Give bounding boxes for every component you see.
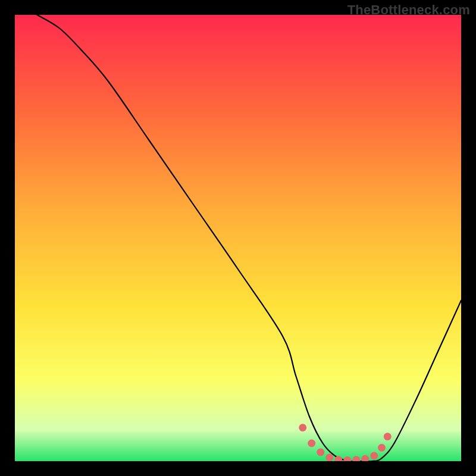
highlight-dot [378, 444, 386, 452]
highlight-dot [384, 433, 392, 440]
highlight-dot [370, 452, 378, 460]
watermark-text: TheBottleneck.com [347, 2, 470, 18]
bottleneck-chart [15, 15, 461, 461]
gradient-background [15, 15, 461, 461]
highlight-dot [308, 440, 315, 447]
highlight-dot [299, 424, 306, 431]
chart-frame: TheBottleneck.com [0, 0, 476, 476]
highlight-dot [325, 454, 333, 462]
highlight-dot [317, 449, 324, 456]
plot-area [15, 15, 461, 461]
